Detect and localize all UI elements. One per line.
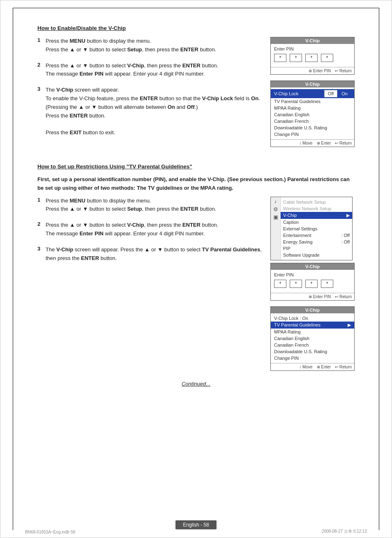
menu-item-label: V-Chip Lock (274, 91, 298, 96)
section1-diagrams: V-Chip Enter PIN * * * * ⊕ Enter PIN (270, 37, 355, 150)
footer-return: ↩ Return (335, 294, 352, 299)
menu-canadian-french: Canadian French (271, 118, 354, 124)
settings-icon: ⚙ (273, 207, 278, 212)
border-right (379, 8, 379, 530)
dropdown-on: On (338, 90, 351, 97)
screen-title: V-Chip (271, 81, 354, 87)
pin-box-1: * (274, 280, 286, 288)
energy-label: Energy Saving (283, 239, 313, 244)
pin-box-3: * (305, 280, 318, 288)
footer-return: ↩ Return (335, 69, 352, 73)
footer-enter: ⊕ Enter (317, 141, 331, 145)
pin-row: * * * * (274, 280, 351, 288)
section1-step2: 2 Press the ▲ or ▼ button to select V-Ch… (37, 62, 262, 79)
screen-body: Enter PIN * * * * (271, 270, 354, 293)
menu-caption: Caption (281, 219, 352, 225)
menu-software: Software Upgrade (281, 252, 352, 258)
menu-wireless-network: Wireless Network Setup (281, 205, 352, 212)
section1: How to Enable/Disable the V-Chip 1 Press… (37, 25, 355, 150)
footer-return: ↩ Return (335, 141, 352, 145)
step-text: Press the MENU button to display the men… (46, 197, 262, 214)
section1-layout: 1 Press the MENU button to display the m… (37, 37, 355, 150)
menu-vchip-highlighted: V-Chip ▶ (281, 212, 352, 219)
step-text: Press the MENU button to display the men… (46, 37, 262, 54)
tv-icon: ▣ (273, 214, 278, 220)
section1-title: How to Enable/Disable the V-Chip (37, 25, 355, 31)
section2-layout: 1 Press the MENU button to display the m… (37, 197, 355, 374)
setup-menu-screen: ♪ ⚙ ▣ Cable Network Setup Wireless Netwo… (270, 197, 353, 260)
arrow-right-icon: ▶ (348, 322, 351, 328)
dropdown-off: Off (324, 90, 337, 97)
screen-title: V-Chip (271, 37, 354, 44)
step-text: Press the ▲ or ▼ button to select V-Chip… (46, 62, 262, 79)
screen-footer: ⊕ Enter PIN ↩ Return (271, 293, 354, 300)
energy-value: : Off (341, 239, 350, 244)
page-footer: English - 58 (0, 520, 392, 529)
step-num: 1 (37, 197, 46, 214)
setup-layout: ♪ ⚙ ▣ Cable Network Setup Wireless Netwo… (271, 197, 352, 260)
menu-downloadable: Downloadable U.S. Rating (271, 124, 354, 131)
menu-energy: Energy Saving : Off (281, 239, 352, 245)
icon-bar: ♪ ⚙ ▣ (271, 197, 281, 260)
footer-enter: ⊕ Enter (317, 365, 331, 369)
footer-enter: ⊕ Enter PIN (309, 69, 331, 73)
menu-tv-parental2: TV Parental Guidelines ▶ (271, 322, 354, 329)
screen-footer: ⊕ Enter PIN ↩ Return (271, 67, 354, 74)
arrow-right-icon: ▶ (346, 213, 350, 218)
step-num: 3 (37, 246, 46, 263)
border-left (13, 8, 13, 530)
section2-step2: 2 Press the ▲ or ▼ button to select V-Ch… (37, 221, 262, 238)
screen-body: Enter PIN * * * * (271, 44, 354, 67)
menu-cable-network: Cable Network Setup (281, 199, 352, 205)
setup-menu-items: Cable Network Setup Wireless Network Set… (281, 197, 352, 260)
pin-box-4: * (321, 54, 333, 62)
screen-title: V-Chip (271, 307, 354, 313)
menu-canadian-english2: Canadian English (271, 335, 354, 342)
menu-vchip-lock2: V-Chip Lock : On (271, 315, 354, 322)
section1-text: 1 Press the MENU button to display the m… (37, 37, 270, 145)
screen-footer: ↕ Move ⊕ Enter ↩ Return (271, 363, 354, 370)
enter-pin-label: Enter PIN (274, 272, 351, 277)
file-info-left: BN68-01653A~Eng.indb 58 (25, 530, 75, 534)
menu-vchip-label: V-Chip (283, 213, 297, 218)
menu-pip: PIP (281, 245, 352, 252)
menu-external: External Settings (281, 225, 352, 232)
menu-mpaa: MPAA Rating (271, 105, 354, 111)
pin-box-4: * (321, 280, 333, 288)
step-num: 1 (37, 37, 46, 54)
pin-box-2: * (290, 54, 302, 62)
file-info-right: 2008-08-27 오후 5:12:12 (322, 529, 367, 534)
menu-mpaa2: MPAA Rating (271, 329, 354, 335)
footer-label: English - 58 (175, 520, 216, 529)
menu-change-pin: Change PIN (271, 131, 354, 138)
menu-tv-parental: TV Parental Guidelines (271, 98, 354, 105)
screen-footer: ↕ Move ⊕ Enter ↩ Return (271, 139, 354, 147)
entertainment-label: Entertainment (283, 233, 311, 238)
screen-title: V-Chip (271, 263, 354, 270)
menu-item-label: TV Parental Guidelines (274, 322, 321, 328)
section2-step3: 3 The V-Chip screen will appear. Press t… (37, 246, 262, 263)
page: How to Enable/Disable the V-Chip 1 Press… (0, 0, 392, 538)
step-text: Press the ▲ or ▼ button to select V-Chip… (46, 221, 262, 238)
footer-move: ↕ Move (299, 141, 312, 145)
pin-row: * * * * (274, 54, 351, 62)
screen-enter-pin-2: V-Chip Enter PIN * * * * ⊕ Enter PIN (270, 263, 355, 301)
step-num: 3 (37, 86, 46, 137)
section2-title: How to Set up Restrictions Using "TV Par… (37, 163, 355, 170)
pin-box-3: * (305, 54, 318, 62)
menu-change-pin2: Change PIN (271, 355, 354, 361)
screen-vchip-1: V-Chip V-Chip Lock Off On TV Parental Gu… (270, 80, 355, 147)
continued-text: Continued... (37, 381, 355, 387)
section2-text: 1 Press the MENU button to display the m… (37, 197, 270, 270)
menu-item-label: V-Chip Lock (274, 316, 298, 321)
menu-item-value: : On (300, 316, 308, 321)
menu-vchip-lock: V-Chip Lock Off On (271, 89, 354, 98)
section2: How to Set up Restrictions Using "TV Par… (37, 163, 355, 374)
screen-vchip-2: V-Chip V-Chip Lock : On TV Parental Guid… (270, 306, 355, 371)
pin-box-2: * (290, 280, 302, 288)
screen-enter-pin-1: V-Chip Enter PIN * * * * ⊕ Enter PIN (270, 37, 355, 75)
border-top (13, 8, 379, 8)
step-text: The V-Chip screen will appear. To enable… (46, 86, 262, 137)
entertainment-value: : Off (341, 233, 350, 238)
menu-downloadable2: Downloadable U.S. Rating (271, 348, 354, 355)
